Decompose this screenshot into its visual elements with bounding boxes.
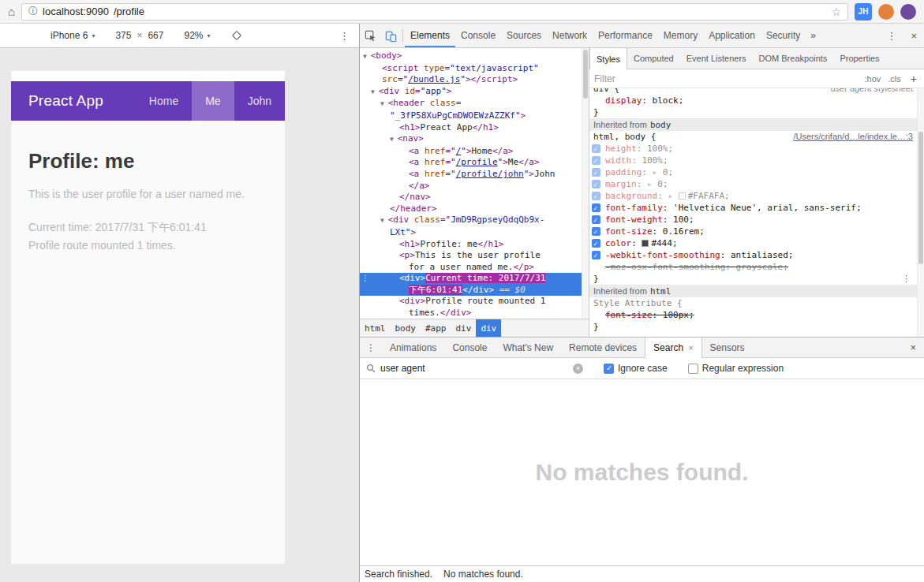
expand-shorthand-icon[interactable]: ▸ xyxy=(668,191,678,201)
css-rule-header[interactable]: html, body {/Users/crifan/d…le/index.le…… xyxy=(589,131,917,143)
tab-memory[interactable]: Memory xyxy=(658,24,703,47)
drawer-search-input[interactable] xyxy=(380,363,570,374)
checkbox-box[interactable] xyxy=(604,364,614,374)
rule-more-icon[interactable]: ⋮ xyxy=(902,273,911,285)
dom-tree-line[interactable]: ▼ <header class= xyxy=(360,98,582,110)
css-rule-header[interactable]: Style Attribute { xyxy=(589,297,917,309)
dom-tree-line[interactable]: <a href="/profile/john">John xyxy=(360,169,582,181)
dom-tree-line[interactable]: ▼ <div class="JmD9RgpseyQdqQb9x- xyxy=(360,215,582,227)
devtools-close-icon[interactable]: × xyxy=(903,24,924,47)
dom-tree-line[interactable]: 下午6:01:41</div> == $0 xyxy=(360,285,582,297)
property-toggle-checkbox[interactable] xyxy=(592,168,600,177)
devtools-menu-icon[interactable]: ⋮ xyxy=(879,24,903,47)
color-swatch[interactable] xyxy=(679,192,686,200)
nav-link-home[interactable]: Home xyxy=(136,81,192,121)
dom-tree-line[interactable]: </a> xyxy=(360,181,582,192)
css-property[interactable]: -webkit-font-smoothing: antialiased; xyxy=(589,249,917,261)
dom-tree-line[interactable]: ▼ <nav> xyxy=(360,133,582,146)
css-property[interactable]: -moz-osx-font-smoothing: grayscale; xyxy=(589,261,917,273)
breadcrumb-item[interactable]: html xyxy=(360,319,391,337)
device-select[interactable]: iPhone 6 ▾ xyxy=(51,30,95,41)
dom-tree-line[interactable]: ▼ <div id="app"> xyxy=(360,86,582,99)
breadcrumb-item[interactable]: #app xyxy=(421,319,451,337)
css-property[interactable]: font-weight: 100; xyxy=(589,214,917,226)
tab-elements[interactable]: Elements xyxy=(405,24,455,47)
new-style-rule-button[interactable]: + xyxy=(908,73,919,85)
breadcrumb-item[interactable]: div xyxy=(476,319,501,337)
property-toggle-checkbox[interactable] xyxy=(592,156,600,165)
dom-tree-line[interactable]: <script type="text/javascript" xyxy=(360,63,582,75)
rotate-viewport-icon[interactable] xyxy=(231,30,242,41)
device-toolbar-menu-icon[interactable]: ⋮ xyxy=(339,30,350,42)
node-more-icon[interactable]: ⋮ xyxy=(361,273,369,285)
bookmark-star-icon[interactable]: ☆ xyxy=(831,6,841,18)
breadcrumb-item[interactable]: div xyxy=(451,319,477,337)
sidebar-tab-properties[interactable]: Properties xyxy=(833,48,885,69)
property-toggle-checkbox[interactable] xyxy=(592,251,600,259)
more-tabs-icon[interactable]: » xyxy=(806,24,821,47)
tab-network[interactable]: Network xyxy=(547,24,593,47)
dom-tree-line[interactable]: LXt"> xyxy=(360,227,582,239)
dom-tree-line[interactable]: <a href="/profile">Me</a> xyxy=(360,157,582,169)
extension-icon-purple[interactable] xyxy=(900,4,916,20)
property-toggle-checkbox[interactable] xyxy=(592,239,600,248)
dom-tree-line[interactable]: ⋮<div>Current time: 2017/7/31 xyxy=(360,273,582,285)
dom-tree-line[interactable]: src="/bundle.js"></script> xyxy=(360,74,582,86)
toggle-cls-button[interactable]: .cls xyxy=(888,74,901,84)
drawer-tab-search[interactable]: Search× xyxy=(645,338,701,358)
nav-link-me[interactable]: Me xyxy=(192,81,234,121)
css-property[interactable]: color: #444; xyxy=(589,237,917,249)
styles-filter-input[interactable] xyxy=(594,73,858,84)
expand-shorthand-icon[interactable]: ▸ xyxy=(653,167,663,177)
property-toggle-checkbox[interactable] xyxy=(592,192,600,200)
scrollbar-thumb[interactable] xyxy=(583,50,588,99)
css-rule-header[interactable]: div {user agent stylesheet xyxy=(589,88,917,95)
drawer-tab-what-s-new[interactable]: What's New xyxy=(495,338,561,357)
css-property[interactable]: font-size: 0.16rem; xyxy=(589,226,917,237)
dom-tree-line[interactable]: <h1>Profile: me</h1> xyxy=(360,239,582,251)
zoom-select[interactable]: 92% ▾ xyxy=(184,30,210,41)
property-toggle-checkbox[interactable] xyxy=(592,203,600,212)
home-icon[interactable]: ⌂ xyxy=(8,5,15,18)
sidebar-tab-styles[interactable]: Styles xyxy=(589,48,627,69)
css-property[interactable]: background: ▸ #FAFAFA; xyxy=(589,190,917,202)
dom-tree-line[interactable]: "_3fP58XuPgCmDWOEWzAZZKf"> xyxy=(360,110,582,122)
css-property[interactable]: padding: ▸ 0; xyxy=(589,166,917,178)
clear-search-icon[interactable]: × xyxy=(573,364,583,374)
tab-performance[interactable]: Performance xyxy=(593,24,658,47)
close-tab-icon[interactable]: × xyxy=(688,343,693,353)
property-toggle-checkbox[interactable] xyxy=(592,180,600,188)
css-property[interactable]: width: 100%; xyxy=(589,155,917,166)
property-toggle-checkbox[interactable] xyxy=(592,215,600,224)
dom-tree-line[interactable]: </header> xyxy=(360,203,582,215)
stylesheet-origin-link[interactable]: /Users/crifan/d…le/index.le…:3 xyxy=(793,131,913,143)
toggle-hov-button[interactable]: :hov xyxy=(865,74,881,84)
property-toggle-checkbox[interactable] xyxy=(592,144,600,153)
drawer-tab-sensors[interactable]: Sensors xyxy=(702,338,753,357)
tab-console[interactable]: Console xyxy=(455,24,501,47)
regex-checkbox[interactable]: Regular expression xyxy=(688,363,784,374)
dom-tree-line[interactable]: for a user named me.</p> xyxy=(360,262,582,274)
drawer-close-icon[interactable]: × xyxy=(902,338,924,357)
profile-avatar[interactable]: JH xyxy=(855,3,872,21)
dom-tree-line[interactable]: times.</div> xyxy=(360,308,582,319)
scrollbar-thumb[interactable] xyxy=(918,132,923,264)
ignore-case-checkbox[interactable]: Ignore case xyxy=(604,363,668,374)
css-property[interactable]: font-size: 100px; xyxy=(589,309,917,321)
elements-scrollbar[interactable] xyxy=(582,48,589,319)
dom-tree-line[interactable]: </nav> xyxy=(360,192,582,203)
breadcrumb-item[interactable]: body xyxy=(391,319,421,337)
dom-tree-line[interactable]: ▼ <body> xyxy=(360,50,582,63)
dom-tree-line[interactable]: <div>Profile route mounted 1 xyxy=(360,296,582,308)
drawer-menu-icon[interactable]: ⋮ xyxy=(360,338,382,357)
sidebar-tab-dom-breakpoints[interactable]: DOM Breakpoints xyxy=(753,48,834,69)
css-property[interactable]: height: 100%; xyxy=(589,143,917,155)
device-toolbar-toggle-icon[interactable] xyxy=(380,24,401,47)
css-property[interactable]: display: block; xyxy=(589,95,917,106)
inspect-icon[interactable] xyxy=(360,24,380,47)
dom-tree-line[interactable]: <p>This is the user profile xyxy=(360,250,582,262)
expand-shorthand-icon[interactable]: ▸ xyxy=(647,179,657,189)
nav-link-john[interactable]: John xyxy=(234,81,285,121)
viewport-height-field[interactable]: 667 xyxy=(148,30,163,41)
checkbox-box[interactable] xyxy=(688,364,698,374)
